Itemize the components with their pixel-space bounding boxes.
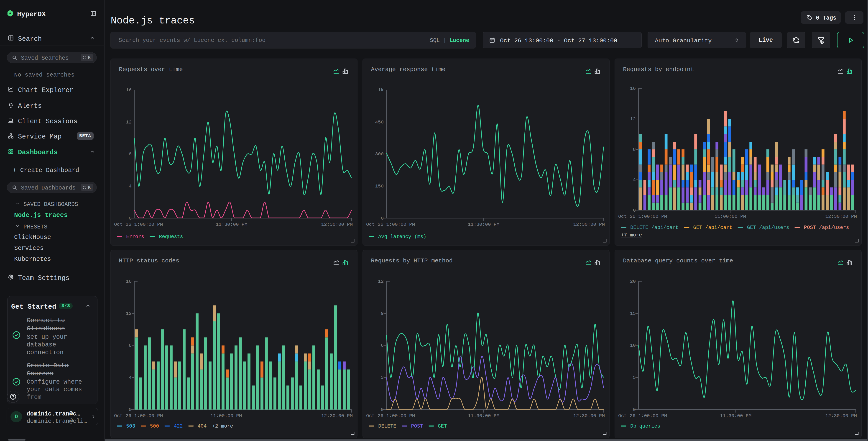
svg-text:HTTP status codes: HTTP status codes bbox=[119, 257, 179, 264]
svg-text:12: 12 bbox=[630, 116, 636, 122]
svg-text:Oct 26 1:00:00 PM: Oct 26 1:00:00 PM bbox=[618, 214, 667, 219]
svg-text:12: 12 bbox=[378, 279, 384, 284]
svg-text:Requests by endpoint: Requests by endpoint bbox=[623, 66, 694, 73]
svg-text:0: 0 bbox=[129, 407, 132, 412]
svg-text:0: 0 bbox=[129, 216, 132, 221]
svg-text:9: 9 bbox=[381, 311, 384, 316]
svg-text:0: 0 bbox=[633, 407, 636, 412]
svg-text:+2 more: +2 more bbox=[212, 423, 233, 429]
svg-text:5: 5 bbox=[633, 375, 636, 380]
svg-text:Db queries: Db queries bbox=[630, 423, 660, 429]
svg-text:12: 12 bbox=[126, 120, 132, 125]
svg-text:503: 503 bbox=[126, 423, 135, 429]
svg-text:10: 10 bbox=[630, 343, 636, 348]
svg-text:Requests by HTTP method: Requests by HTTP method bbox=[371, 257, 453, 264]
svg-text:POST: POST bbox=[411, 423, 423, 429]
svg-text:GET: GET bbox=[438, 423, 447, 429]
svg-text:GET /api/users: GET /api/users bbox=[747, 225, 789, 231]
svg-text:Oct 26 1:00:00 PM: Oct 26 1:00:00 PM bbox=[618, 413, 667, 418]
svg-text:16: 16 bbox=[126, 279, 132, 284]
svg-text:422: 422 bbox=[174, 423, 183, 429]
svg-text:8: 8 bbox=[633, 147, 636, 152]
svg-text:12:30:00 PM: 12:30:00 PM bbox=[321, 222, 353, 227]
svg-text:Oct 26 1:00:00 PM: Oct 26 1:00:00 PM bbox=[366, 222, 415, 227]
svg-text:404: 404 bbox=[198, 423, 207, 429]
svg-text:Oct 26 1:00:00 PM: Oct 26 1:00:00 PM bbox=[366, 413, 415, 418]
svg-text:Requests over time: Requests over time bbox=[119, 66, 183, 73]
svg-text:300: 300 bbox=[375, 151, 384, 157]
svg-text:+7 more: +7 more bbox=[621, 232, 642, 238]
svg-text:GET /api/cart: GET /api/cart bbox=[693, 225, 732, 231]
svg-text:Avg latency (ms): Avg latency (ms) bbox=[378, 234, 426, 240]
svg-text:0: 0 bbox=[633, 208, 636, 213]
svg-text:DELETE: DELETE bbox=[378, 423, 396, 429]
svg-text:0: 0 bbox=[381, 216, 384, 221]
svg-text:16: 16 bbox=[126, 87, 132, 93]
svg-text:Requests: Requests bbox=[159, 234, 183, 240]
svg-text:0: 0 bbox=[381, 407, 384, 412]
svg-text:Database query counts over tim: Database query counts over time bbox=[623, 257, 733, 264]
svg-text:6: 6 bbox=[381, 343, 384, 348]
svg-text:Average response time: Average response time bbox=[371, 66, 445, 73]
svg-text:Oct 26 1:00:00 PM: Oct 26 1:00:00 PM bbox=[114, 222, 163, 227]
svg-text:12:30:00 PM: 12:30:00 PM bbox=[573, 222, 605, 227]
svg-text:DELETE /api/cart: DELETE /api/cart bbox=[630, 225, 678, 231]
svg-text:11:30:00 PM: 11:30:00 PM bbox=[720, 413, 752, 418]
svg-text:11:00:00 PM: 11:00:00 PM bbox=[210, 413, 242, 418]
svg-text:1k: 1k bbox=[378, 87, 384, 93]
svg-text:POST /api/users: POST /api/users bbox=[804, 225, 849, 231]
svg-text:8: 8 bbox=[129, 343, 132, 348]
svg-text:4: 4 bbox=[129, 375, 132, 380]
svg-text:3: 3 bbox=[381, 375, 384, 380]
svg-text:12: 12 bbox=[126, 311, 132, 316]
svg-text:11:00:00 PM: 11:00:00 PM bbox=[715, 214, 746, 219]
svg-text:12:30:00 PM: 12:30:00 PM bbox=[321, 413, 353, 418]
svg-text:450: 450 bbox=[375, 120, 384, 125]
svg-text:Oct 26 1:00:00 PM: Oct 26 1:00:00 PM bbox=[114, 413, 163, 418]
svg-text:500: 500 bbox=[150, 423, 159, 429]
svg-text:8: 8 bbox=[129, 151, 132, 157]
svg-text:Errors: Errors bbox=[126, 234, 144, 240]
svg-text:11:30:00 PM: 11:30:00 PM bbox=[468, 222, 500, 227]
svg-text:4: 4 bbox=[129, 184, 132, 189]
svg-text:15: 15 bbox=[630, 311, 636, 316]
svg-text:12:30:00 PM: 12:30:00 PM bbox=[573, 413, 605, 418]
svg-text:16: 16 bbox=[630, 86, 636, 91]
svg-text:150: 150 bbox=[375, 184, 384, 189]
svg-text:11:30:00 PM: 11:30:00 PM bbox=[216, 222, 248, 227]
svg-text:12:30:00 PM: 12:30:00 PM bbox=[825, 214, 857, 219]
svg-text:12:30:00 PM: 12:30:00 PM bbox=[825, 413, 857, 418]
svg-text:11:30:00 PM: 11:30:00 PM bbox=[468, 413, 500, 418]
svg-text:4: 4 bbox=[633, 177, 636, 182]
svg-text:20: 20 bbox=[630, 279, 636, 284]
